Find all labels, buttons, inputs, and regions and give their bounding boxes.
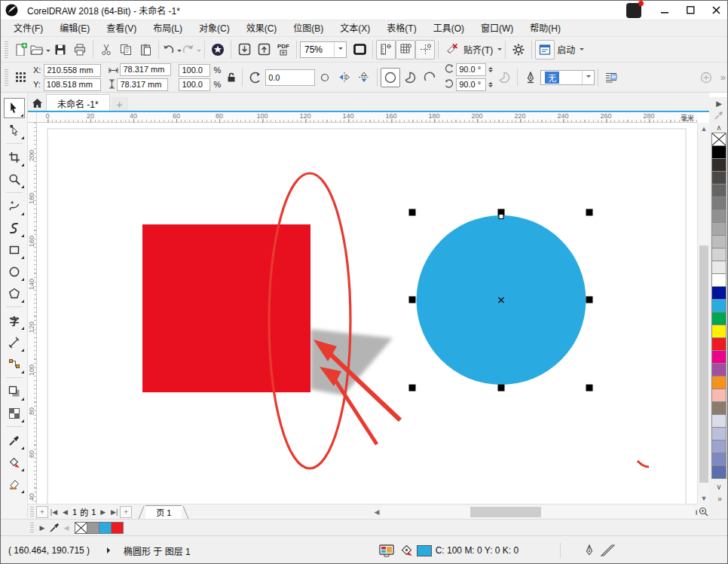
end-angle-field[interactable]: 90.0 ° (456, 78, 486, 91)
show-grid-toggle[interactable] (396, 40, 415, 59)
menu-item-8[interactable]: 表格(T) (378, 20, 424, 37)
vertical-scrollbar[interactable]: ▲ ▼ (697, 123, 709, 504)
rectangle-tool[interactable] (4, 239, 25, 260)
color-swatch[interactable] (711, 350, 726, 364)
docpalette-grip[interactable] (30, 523, 34, 533)
color-swatch[interactable] (99, 522, 112, 534)
fill-icon[interactable] (400, 544, 414, 557)
color-swatch[interactable] (711, 363, 726, 377)
pagebar-grip[interactable] (30, 507, 34, 517)
color-swatch[interactable] (711, 465, 726, 479)
docpalette-flyout-arrow[interactable]: ▶ (36, 522, 48, 534)
palette-scroll-up[interactable]: ∧ (710, 121, 728, 133)
launch-label[interactable]: 启动 (557, 43, 575, 56)
object-width-field[interactable]: 78.317 mm (120, 63, 171, 76)
lock-ratio-button[interactable] (224, 68, 239, 87)
snap-off-icon[interactable] (442, 40, 461, 59)
color-swatch[interactable] (711, 222, 726, 236)
status-flyout-arrow[interactable] (107, 547, 113, 553)
zoom-magnifier-button[interactable] (697, 504, 709, 519)
print-button[interactable] (70, 40, 90, 59)
first-page-button[interactable]: |◀ (48, 506, 60, 518)
polygon-tool[interactable] (4, 283, 25, 303)
menu-item-9[interactable]: 工具(O) (425, 20, 473, 37)
outline-width-select[interactable]: 无 (540, 70, 595, 85)
propbar-grip[interactable] (5, 69, 8, 86)
mirror-horizontal-button[interactable] (335, 68, 354, 87)
prev-page-button[interactable]: ◀ (60, 506, 71, 518)
dimension-tool[interactable] (4, 332, 25, 352)
object-height-field[interactable]: 78.317 mm (117, 78, 168, 91)
palette-eyedropper-icon[interactable] (710, 109, 728, 121)
no-color-swatch[interactable] (75, 522, 87, 534)
menu-item-7[interactable]: 文本(X) (332, 20, 378, 37)
menu-item-10[interactable]: 窗口(W) (473, 20, 522, 37)
last-page-button[interactable]: ▶| (109, 506, 120, 518)
color-swatch[interactable] (711, 286, 726, 300)
add-page-start-button[interactable]: + (36, 506, 48, 518)
transparency-tool[interactable] (4, 403, 25, 423)
smart-fill-tool[interactable] (4, 474, 25, 494)
next-page-button[interactable]: ▶ (97, 506, 109, 518)
paste-button[interactable] (136, 40, 155, 59)
open-button[interactable] (30, 40, 50, 59)
rotation-angle-field[interactable]: 0.0 (265, 69, 315, 86)
docpalette-eyedropper-icon[interactable] (48, 522, 60, 534)
y-position-field[interactable]: 108.518 mm (44, 78, 101, 91)
ruler-origin-button[interactable] (28, 112, 37, 123)
selection-handle[interactable] (586, 385, 593, 392)
arc-mode-button[interactable] (420, 68, 439, 87)
menu-item-5[interactable]: 效果(C) (238, 20, 286, 37)
zoom-tool[interactable] (4, 169, 25, 189)
freehand-tool[interactable] (4, 196, 25, 216)
zoom-dropdown-caret[interactable] (334, 42, 346, 57)
outline-pen-status-icon[interactable] (585, 544, 594, 557)
horizontal-ruler[interactable]: 020406080100120140160180200220240260280 … (37, 112, 697, 123)
color-swatch[interactable] (87, 522, 99, 534)
start-angle-field[interactable]: 90.0 ° (456, 63, 486, 76)
add-preset-button[interactable] (696, 68, 716, 87)
color-swatch[interactable] (711, 389, 726, 402)
change-direction-button[interactable] (494, 68, 514, 87)
x-position-field[interactable]: 210.558 mm (44, 64, 101, 77)
page-tab[interactable]: 页 1 (145, 505, 182, 519)
menu-item-6[interactable]: 位图(B) (285, 20, 332, 37)
end-angle-spinner[interactable] (488, 82, 493, 87)
text-wrap-button[interactable] (601, 68, 621, 87)
document-tab[interactable]: 未命名 -1* (46, 94, 110, 112)
scroll-left-arrow[interactable]: ◀ (371, 506, 383, 518)
search-content-button[interactable] (208, 40, 228, 59)
selection-handle[interactable] (586, 209, 593, 216)
propbar-overflow-chevron[interactable]: » (720, 72, 724, 83)
start-angle-spinner[interactable] (488, 67, 493, 72)
center-marker-icon[interactable] (315, 68, 335, 87)
interactive-fill-tool[interactable] (4, 452, 25, 472)
color-swatch[interactable] (711, 248, 726, 261)
palette-scroll-down[interactable]: ∨ (710, 480, 728, 492)
color-swatch[interactable] (711, 325, 726, 338)
snap-label[interactable]: 贴齐(T) (463, 43, 493, 56)
horizontal-scrollbar[interactable]: ◀ ▶ (381, 506, 694, 518)
new-tab-button[interactable]: + (112, 97, 128, 112)
color-swatch[interactable] (711, 414, 726, 428)
display-color-icon[interactable] (379, 544, 394, 557)
selection-handle[interactable] (409, 209, 416, 216)
scale-x-field[interactable]: 100.0 (179, 64, 210, 77)
color-swatch[interactable] (711, 184, 726, 197)
shape-tool[interactable] (4, 120, 25, 140)
fill-color-swatch[interactable] (417, 545, 432, 556)
toolbar-grip[interactable] (5, 41, 8, 58)
palette-expand-chevron[interactable]: » (710, 492, 728, 505)
no-color-swatch[interactable] (711, 133, 726, 146)
color-swatch[interactable] (711, 401, 726, 415)
pie-mode-button[interactable] (400, 68, 420, 87)
save-button[interactable] (50, 40, 70, 59)
minimize-button[interactable] (652, 1, 678, 20)
menu-item-1[interactable]: 编辑(E) (51, 20, 98, 37)
selection-handle[interactable] (409, 297, 416, 303)
menu-item-3[interactable]: 布局(L) (145, 20, 191, 37)
ellipse-tool[interactable] (4, 261, 25, 282)
color-swatch[interactable] (711, 337, 726, 351)
connector-tool[interactable] (4, 354, 25, 374)
color-swatch[interactable] (711, 158, 726, 172)
